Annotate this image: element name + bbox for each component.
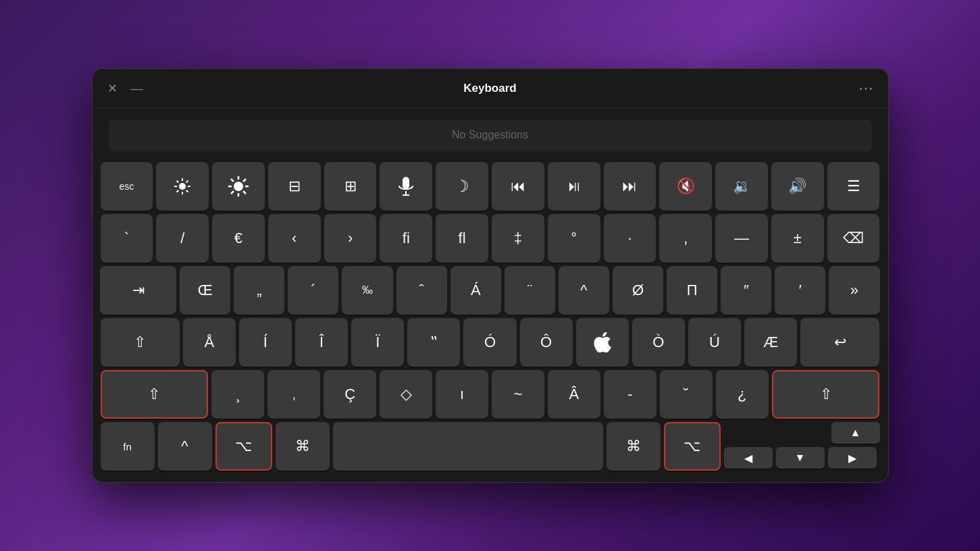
circumflex-key[interactable]: ˆ bbox=[396, 266, 447, 315]
slash-key[interactable]: / bbox=[156, 214, 209, 263]
close-button[interactable]: ✕ bbox=[106, 81, 119, 96]
shift-left2-key[interactable]: ⇧ bbox=[101, 370, 209, 419]
bottom-row: fn ^ ⌥ ⌘ ⌘ ⌥ ▲ ◀ ▼ ▶ bbox=[101, 422, 880, 471]
right-angle-key[interactable]: › bbox=[324, 214, 377, 263]
svg-line-15 bbox=[243, 191, 246, 194]
launchpad-key[interactable]: ⊞ bbox=[324, 162, 377, 211]
apple-key[interactable] bbox=[576, 318, 629, 367]
svg-line-8 bbox=[177, 190, 179, 192]
euro-key[interactable]: € bbox=[212, 214, 265, 263]
dotless-i-key[interactable]: ı bbox=[436, 370, 488, 419]
backtick-key[interactable]: ` bbox=[101, 214, 153, 263]
inv-question-key[interactable]: ¿ bbox=[716, 370, 769, 419]
return-key[interactable]: ↩ bbox=[800, 318, 879, 367]
function-row: esc ⊟ ⊞ ☽ ⏮ ⏯ ⏭ 🔇 🔉 🔊 ☰ bbox=[101, 162, 880, 211]
guillemet-key[interactable]: » bbox=[829, 266, 879, 315]
mic-key[interactable] bbox=[380, 162, 432, 211]
svg-line-14 bbox=[231, 179, 234, 182]
fi-ligature-key[interactable]: fi bbox=[380, 214, 432, 263]
row2: ⇥ Œ „ ´ ‰ ˆ Á ¨ ^ Ø Π ″ ′ » bbox=[101, 266, 880, 315]
spacebar-key[interactable] bbox=[333, 422, 603, 471]
i-acute-key[interactable]: Í bbox=[239, 318, 292, 367]
svg-line-16 bbox=[243, 179, 246, 182]
double-low-quote-key[interactable]: ‟ bbox=[407, 318, 460, 367]
a-ring-key[interactable]: Å bbox=[183, 318, 236, 367]
brightness-high-key[interactable] bbox=[212, 162, 265, 211]
breve-key[interactable]: ˘ bbox=[660, 370, 713, 419]
middot-key[interactable]: · bbox=[604, 214, 656, 263]
o-stroke-key[interactable]: Ø bbox=[613, 266, 663, 315]
arrow-cluster: ▲ ◀ ▼ ▶ bbox=[724, 422, 880, 471]
vol-down-key[interactable]: 🔉 bbox=[715, 162, 768, 211]
fn-key[interactable]: fn bbox=[101, 422, 155, 471]
shift-right2-key[interactable]: ⇧ bbox=[772, 370, 880, 419]
o-grave-key[interactable]: Ò bbox=[632, 318, 685, 367]
tilde-key[interactable]: ~ bbox=[492, 370, 544, 419]
svg-rect-18 bbox=[403, 177, 409, 189]
cmd-left-key[interactable]: ⌘ bbox=[276, 422, 330, 471]
cedilla1-key[interactable]: ¸ bbox=[211, 370, 264, 419]
diaeresis-key[interactable]: ¨ bbox=[505, 266, 555, 315]
mute-key[interactable]: 🔇 bbox=[659, 162, 712, 211]
svg-line-7 bbox=[186, 181, 188, 183]
comma-key[interactable]: , bbox=[659, 214, 712, 263]
c-cedilla-key[interactable]: Ç bbox=[324, 370, 376, 419]
ae-key[interactable]: Æ bbox=[744, 318, 797, 367]
o-circ-key[interactable]: Ô bbox=[520, 318, 573, 367]
menu-key[interactable]: ☰ bbox=[827, 162, 880, 211]
degree-key[interactable]: ° bbox=[548, 214, 600, 263]
prime-key[interactable]: ′ bbox=[775, 266, 825, 315]
minimize-button[interactable]: — bbox=[130, 81, 145, 96]
option-right-key[interactable]: ⌥ bbox=[664, 422, 721, 471]
special-chars-row: ` / € ‹ › fi fl ‡ ° · , — ± ⌫ bbox=[101, 214, 880, 263]
arrow-left-key[interactable]: ◀ bbox=[724, 447, 773, 469]
more-button[interactable]: ⋯ bbox=[857, 78, 875, 99]
arrow-right-key[interactable]: ▶ bbox=[828, 447, 877, 469]
u-acute-key[interactable]: Ú bbox=[688, 318, 741, 367]
a-circ-key[interactable]: Â bbox=[548, 370, 600, 419]
permille-key[interactable]: ‰ bbox=[342, 266, 392, 315]
mission-control-key[interactable]: ⊟ bbox=[268, 162, 321, 211]
vol-up-key[interactable]: 🔊 bbox=[771, 162, 824, 211]
emdash-key[interactable]: — bbox=[715, 214, 768, 263]
fl-ligature-key[interactable]: fl bbox=[436, 214, 488, 263]
play-pause-key[interactable]: ⏯ bbox=[548, 162, 600, 211]
pi-key[interactable]: Π bbox=[667, 266, 717, 315]
esc-key[interactable]: esc bbox=[101, 162, 153, 211]
cmd-right-key[interactable]: ⌘ bbox=[607, 422, 661, 471]
double-prime-key[interactable]: ″ bbox=[721, 266, 771, 315]
arrow-down-key[interactable]: ▼ bbox=[776, 447, 825, 469]
shift-left-key[interactable]: ⇧ bbox=[101, 318, 180, 367]
window-title: Keyboard bbox=[463, 82, 516, 95]
i-diaer-key[interactable]: Ï bbox=[351, 318, 404, 367]
svg-line-6 bbox=[186, 190, 188, 192]
diamond-key[interactable]: ◇ bbox=[380, 370, 432, 419]
backspace-key[interactable]: ⌫ bbox=[827, 214, 880, 263]
brightness-low-key[interactable] bbox=[156, 162, 209, 211]
cedilla2-key[interactable]: ˌ bbox=[267, 370, 320, 419]
svg-line-5 bbox=[177, 181, 179, 183]
tab-key[interactable]: ⇥ bbox=[100, 266, 176, 315]
low-quote-key[interactable]: „ bbox=[234, 266, 284, 315]
suggestions-bar: No Suggestions bbox=[109, 120, 872, 151]
acute-key[interactable]: ´ bbox=[288, 266, 338, 315]
svg-point-9 bbox=[234, 182, 243, 191]
left-angle-key[interactable]: ‹ bbox=[268, 214, 321, 263]
a-acute-key[interactable]: Á bbox=[450, 266, 501, 315]
o-acute-key[interactable]: Ó bbox=[463, 318, 516, 367]
moon-key[interactable]: ☽ bbox=[436, 162, 488, 211]
fast-forward-key[interactable]: ⏭ bbox=[604, 162, 656, 211]
keyboard-window: ✕ — Keyboard ⋯ No Suggestions esc ⊟ ⊞ ☽ … bbox=[92, 68, 889, 483]
option-left-key[interactable]: ⌥ bbox=[215, 422, 272, 471]
svg-point-0 bbox=[179, 183, 186, 190]
caret-key[interactable]: ^ bbox=[559, 266, 609, 315]
title-bar-left: ✕ — bbox=[106, 81, 145, 96]
arrow-up-key[interactable]: ▲ bbox=[831, 422, 880, 444]
rewind-key[interactable]: ⏮ bbox=[492, 162, 544, 211]
plusminus-key[interactable]: ± bbox=[771, 214, 824, 263]
double-dagger-key[interactable]: ‡ bbox=[492, 214, 544, 263]
ctrl-key[interactable]: ^ bbox=[158, 422, 212, 471]
oe-key[interactable]: Œ bbox=[180, 266, 230, 315]
i-circ-key[interactable]: Î bbox=[295, 318, 348, 367]
hyphen-key[interactable]: ‐ bbox=[604, 370, 656, 419]
